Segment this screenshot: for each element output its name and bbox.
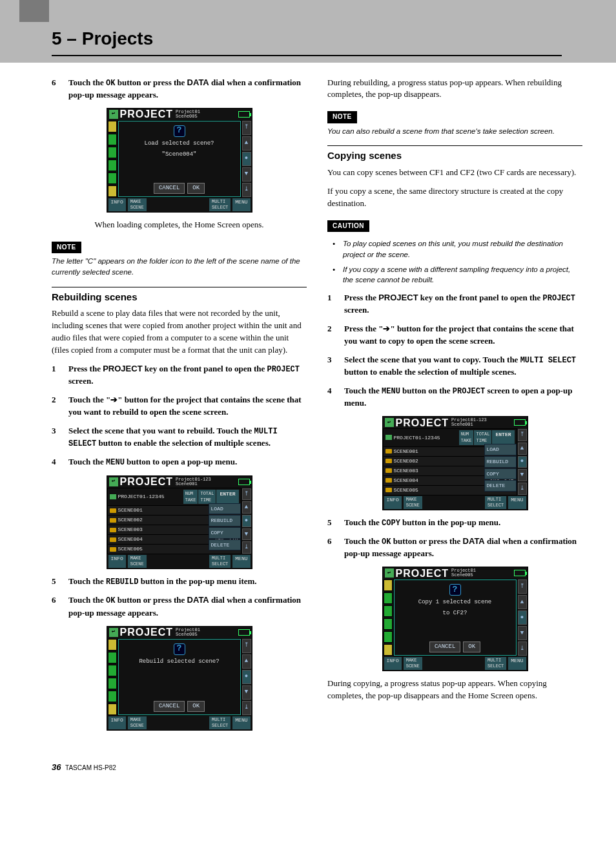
- menu-button[interactable]: MENU: [508, 496, 526, 509]
- device-scrollbar[interactable]: ⤒▲●▼⤓: [241, 488, 252, 554]
- menu-button[interactable]: MENU: [232, 555, 250, 568]
- folder-icon: [385, 468, 392, 473]
- battery-icon: [238, 111, 250, 118]
- back-icon[interactable]: ↩: [109, 628, 118, 637]
- make-scene-button[interactable]: MAKESCENE: [404, 657, 422, 670]
- ok-button[interactable]: OK: [187, 701, 205, 712]
- col-numtake: NUMTAKE: [459, 430, 474, 444]
- folder-icon: [385, 449, 392, 453]
- menu-button[interactable]: MENU: [232, 716, 250, 729]
- back-icon[interactable]: ↩: [385, 568, 394, 578]
- popup-menu-item[interactable]: DELETE: [209, 539, 241, 551]
- battery-icon: [514, 570, 526, 576]
- scene-name: SCENE003: [118, 526, 211, 534]
- copy-intro-1: You can copy scenes between CF1 and CF2 …: [327, 167, 582, 179]
- step-3: Select the scene that you want to rebuil…: [52, 425, 307, 450]
- left-column: Touch the OK button or press the DATA di…: [52, 77, 307, 737]
- device-screenshot-rebuild-confirm: ↩ PROJECT Project01Scene005 ? Rebuild se…: [107, 626, 252, 731]
- rebuilding-heading: Rebuilding scenes: [52, 287, 307, 304]
- device-titlebar: ↩ PROJECT Project01 Scene005: [107, 109, 252, 120]
- multi-select-button[interactable]: MULTISELECT: [209, 555, 231, 568]
- col-totaltime: TOTALTIME: [474, 430, 491, 444]
- make-scene-button[interactable]: MAKESCENE: [404, 496, 422, 509]
- popup-menu: LOADREBUILDCOPYDELETE: [484, 444, 517, 491]
- multi-select-button[interactable]: MULTISELECT: [209, 198, 231, 211]
- popup-menu-item[interactable]: LOAD: [484, 444, 517, 455]
- menu-button[interactable]: MENU: [508, 657, 526, 670]
- step-3: Select the scene that you want to copy. …: [327, 354, 582, 379]
- copy-intro-2: If you copy a scene, the same directory …: [327, 185, 582, 210]
- popup-menu-item[interactable]: REBUILD: [209, 515, 241, 526]
- confirm-dialog: ? Load selected scene? "Scene004" CANCEL…: [118, 121, 241, 197]
- after-load-text: When loading completes, the Home Screen …: [52, 219, 307, 231]
- step-2: Press the "➔" button for the project tha…: [327, 323, 582, 348]
- page-columns: Touch the OK button or press the DATA di…: [0, 63, 616, 756]
- cancel-button[interactable]: CANCEL: [429, 641, 460, 652]
- product-model: TASCAM HS-P82: [65, 764, 116, 771]
- scene-name: SCENE004: [394, 477, 487, 485]
- device-screenshot-scene-list: ↩ PROJECT Project01-123Scene001 PROJECT0…: [107, 475, 252, 569]
- enter-button[interactable]: ENTER: [216, 490, 238, 504]
- device-subtitle: Project01-123Scene001: [176, 477, 238, 486]
- make-scene-button[interactable]: MAKESCENE: [128, 555, 147, 568]
- info-button[interactable]: INFO: [384, 496, 402, 509]
- info-button[interactable]: INFO: [108, 555, 126, 568]
- device-screenshot-scene-list-copy: ↩ PROJECT Project01-123Scene001 PROJECT0…: [382, 416, 528, 510]
- popup-menu-item[interactable]: COPY: [209, 527, 241, 539]
- popup-menu-item[interactable]: REBUILD: [484, 456, 517, 468]
- copy-steps: Press the PROJECT key on the front panel…: [327, 292, 582, 410]
- t: Touch the: [68, 78, 106, 87]
- step-4: Touch the MENU button on the PROJECT scr…: [327, 385, 582, 410]
- ok-button[interactable]: OK: [463, 641, 480, 652]
- info-button[interactable]: INFO: [108, 198, 126, 211]
- scene-name: SCENE001: [118, 506, 211, 514]
- enter-button[interactable]: ENTER: [492, 430, 514, 444]
- step-6: Touch the OK button or press the DATA di…: [52, 77, 307, 101]
- multi-select-button[interactable]: MULTISELECT: [485, 657, 506, 670]
- back-icon[interactable]: ↩: [385, 418, 394, 427]
- battery-icon: [238, 629, 250, 636]
- dialog-text-2: to CF2?: [443, 609, 467, 618]
- back-icon[interactable]: ↩: [109, 477, 118, 486]
- page-footer: 36 TASCAM HS-P82: [0, 756, 616, 774]
- popup-menu-item[interactable]: LOAD: [209, 503, 241, 515]
- ok-code: OK: [106, 79, 115, 88]
- step-5: Touch the COPY button in the pop-up menu…: [327, 517, 582, 529]
- step-1: Press the PROJECT key on the front panel…: [52, 363, 307, 388]
- t: button or press the: [115, 78, 187, 87]
- scene-name: SCENE001: [394, 448, 487, 455]
- page-number: 36: [52, 762, 61, 772]
- info-button[interactable]: INFO: [384, 657, 402, 670]
- folder-icon: [110, 508, 116, 513]
- project-name: PROJECT01-12345: [118, 493, 165, 501]
- make-scene-button[interactable]: MAKESCENE: [128, 198, 147, 211]
- copy-progress-text: During copying, a progress status pop-up…: [327, 678, 582, 702]
- rebuild-progress-text: During rebuilding, a progress status pop…: [327, 77, 582, 101]
- back-icon[interactable]: ↩: [109, 110, 118, 119]
- question-icon: ?: [174, 125, 185, 137]
- battery-icon: [238, 479, 250, 485]
- cancel-button[interactable]: CANCEL: [154, 183, 185, 194]
- step-4: Touch the MENU button to open a pop-up m…: [52, 456, 307, 468]
- info-button[interactable]: INFO: [108, 716, 126, 729]
- sub2: Scene005: [176, 114, 238, 119]
- device-scrollbar[interactable]: ⤒▲●▼⤓: [241, 120, 252, 198]
- ok-button[interactable]: OK: [187, 183, 205, 194]
- make-scene-button[interactable]: MAKESCENE: [128, 716, 147, 729]
- caution-tag: CAUTION: [327, 220, 369, 233]
- multi-select-button[interactable]: MULTISELECT: [485, 496, 506, 509]
- scene-name: SCENE003: [394, 467, 487, 475]
- chapter-band: 5 – Projects: [0, 22, 616, 63]
- folder-icon: [110, 528, 116, 532]
- question-icon: ?: [449, 584, 461, 596]
- col-totaltime: TOTALTIME: [198, 490, 216, 504]
- menu-button[interactable]: MENU: [232, 198, 250, 211]
- cancel-button[interactable]: CANCEL: [154, 701, 185, 712]
- note-tag: NOTE: [52, 242, 81, 254]
- copying-heading: Copying scenes: [327, 145, 582, 163]
- multi-select-button[interactable]: MULTISELECT: [209, 716, 231, 729]
- rebuild-intro: Rebuild a scene to play data files that …: [52, 307, 307, 356]
- popup-menu-item[interactable]: DELETE: [484, 480, 517, 492]
- note-tag: NOTE: [327, 111, 357, 123]
- popup-menu-item[interactable]: COPY: [484, 468, 517, 480]
